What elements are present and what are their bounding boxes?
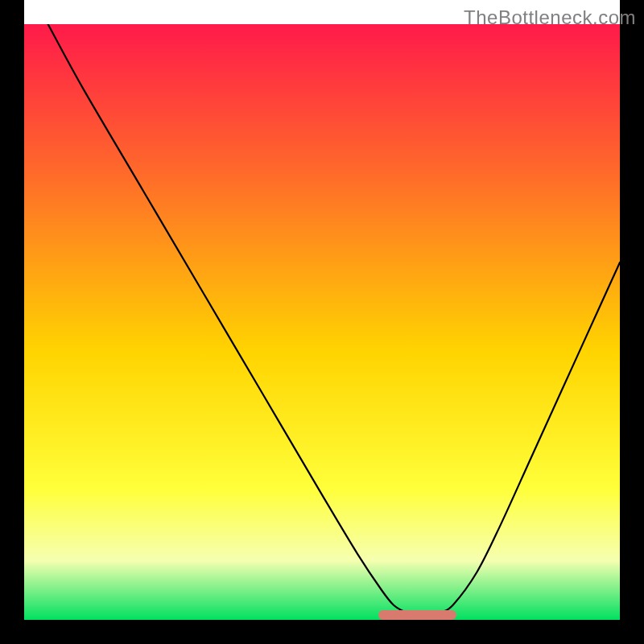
x-axis (0, 620, 644, 644)
watermark-text: TheBottleneck.com (464, 6, 636, 29)
optimal-range-marker (378, 610, 456, 620)
plot-area (24, 24, 620, 620)
chart-container: TheBottleneck.com (0, 0, 644, 644)
y-axis-left (0, 0, 24, 644)
y-axis-right (620, 0, 644, 644)
bottleneck-curve (24, 24, 620, 620)
